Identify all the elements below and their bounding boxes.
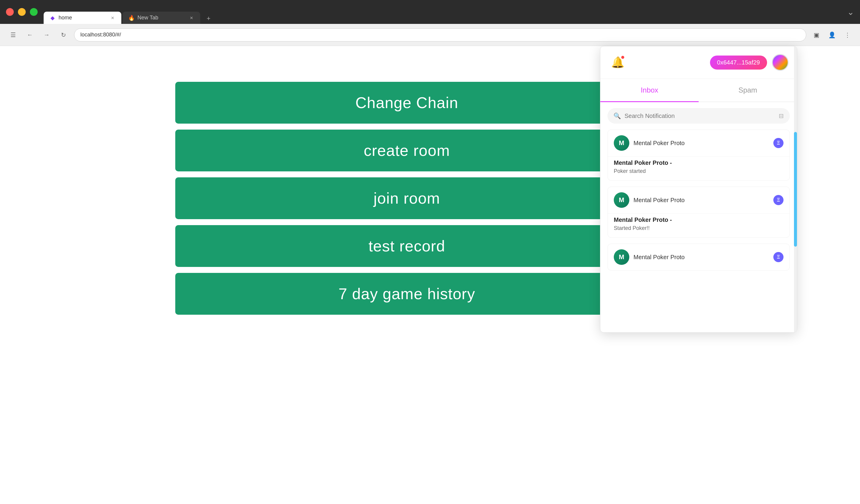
buttons-area: Change Chain create room join room test …: [175, 82, 639, 315]
browser-actions: ▣ 👤 ⋮: [811, 30, 853, 40]
forward-button[interactable]: →: [41, 29, 53, 41]
notif-body: Mental Poker Proto - Started Poker!!: [608, 213, 789, 237]
notification-header: M Mental Poker Proto Ξ: [608, 244, 789, 270]
create-room-button[interactable]: create room: [175, 130, 639, 172]
notification-item[interactable]: M Mental Poker Proto Ξ: [607, 243, 790, 270]
filter-icon[interactable]: ⊟: [779, 112, 784, 119]
notif-app-name: Mental Poker Proto: [633, 140, 769, 147]
maximize-traffic-light[interactable]: [30, 8, 38, 16]
join-room-button[interactable]: join room: [175, 177, 639, 219]
change-chain-button[interactable]: Change Chain: [175, 82, 639, 123]
notif-avatar: M: [614, 192, 629, 208]
notification-item[interactable]: M Mental Poker Proto Ξ Mental Poker Prot…: [607, 187, 790, 238]
main-content: Change Chain create room join room test …: [0, 46, 860, 504]
more-button[interactable]: ⋮: [842, 30, 853, 40]
bell-icon-wrapper: 🔔: [609, 54, 627, 71]
search-icon: 🔍: [614, 112, 621, 119]
profile-button[interactable]: 👤: [827, 30, 837, 40]
search-bar: 🔍 ⊟: [607, 108, 790, 123]
address-bar-url: localhost:8080/#/: [81, 32, 121, 38]
notif-crypto-badge: Ξ: [773, 252, 784, 262]
notif-app-name: Mental Poker Proto: [633, 254, 769, 261]
tab-inbox[interactable]: Inbox: [600, 79, 699, 102]
notifications-list: M Mental Poker Proto Ξ Mental Poker Prot…: [600, 130, 797, 332]
tab-home[interactable]: ◆ home ✕: [44, 12, 121, 24]
close-traffic-light[interactable]: [6, 8, 14, 16]
browser-tabs: ◆ home ✕ 🔥 New Tab ✕ +: [44, 0, 847, 24]
notif-avatar: M: [614, 135, 629, 151]
test-record-button[interactable]: test record: [175, 225, 639, 267]
panel-header: 🔔 0x6447...15af29: [600, 46, 797, 79]
dropdown-arrow[interactable]: ⌄: [847, 7, 854, 17]
tab-spam[interactable]: Spam: [699, 79, 797, 102]
notification-panel: 🔔 0x6447...15af29 Inbox Spam 🔍 ⊟ M: [600, 46, 797, 332]
notif-app-name: Mental Poker Proto: [633, 197, 769, 204]
tab-newtab-close[interactable]: ✕: [189, 15, 194, 20]
address-bar[interactable]: localhost:8080/#/: [74, 28, 806, 42]
reload-button[interactable]: ↻: [57, 29, 69, 41]
address-bar-row: ☰ ← → ↻ localhost:8080/#/ ▣ 👤 ⋮: [0, 24, 860, 46]
notif-crypto-badge: Ξ: [773, 138, 784, 148]
notif-title: Mental Poker Proto -: [614, 160, 784, 166]
notif-subtitle: Poker started: [614, 168, 784, 174]
tab-home-icon: ◆: [49, 15, 56, 21]
notif-title: Mental Poker Proto -: [614, 217, 784, 223]
panel-scrollbar-thumb: [794, 132, 797, 246]
notif-crypto-badge: Ξ: [773, 195, 784, 205]
notification-header: M Mental Poker Proto Ξ: [608, 187, 789, 213]
search-notification-input[interactable]: [625, 113, 775, 119]
seven-day-history-button[interactable]: 7 day game history: [175, 273, 639, 315]
new-tab-button[interactable]: +: [203, 13, 214, 24]
tab-home-label: home: [59, 15, 107, 21]
notification-header: M Mental Poker Proto Ξ: [608, 130, 789, 156]
notif-body: Mental Poker Proto - Poker started: [608, 156, 789, 180]
notif-avatar: M: [614, 249, 629, 265]
tab-home-close[interactable]: ✕: [110, 15, 115, 20]
tab-newtab-icon: 🔥: [129, 15, 134, 21]
browser-titlebar: ◆ home ✕ 🔥 New Tab ✕ + ⌄: [0, 0, 860, 24]
tab-newtab[interactable]: 🔥 New Tab ✕: [123, 12, 200, 24]
tab-newtab-label: New Tab: [138, 15, 186, 21]
minimize-traffic-light[interactable]: [18, 8, 26, 16]
split-view-button[interactable]: ▣: [811, 30, 822, 40]
notif-subtitle: Started Poker!!: [614, 225, 784, 232]
wallet-address-button[interactable]: 0x6447...15af29: [710, 56, 767, 70]
panel-tabs: Inbox Spam: [600, 79, 797, 102]
notification-dot: [621, 55, 625, 59]
back-button[interactable]: ←: [24, 29, 36, 41]
avatar[interactable]: [772, 54, 789, 71]
notification-item[interactable]: M Mental Poker Proto Ξ Mental Poker Prot…: [607, 130, 790, 181]
panel-scrollbar[interactable]: [794, 46, 797, 332]
traffic-lights: [6, 8, 38, 16]
sidebar-toggle-button[interactable]: ☰: [7, 29, 19, 41]
